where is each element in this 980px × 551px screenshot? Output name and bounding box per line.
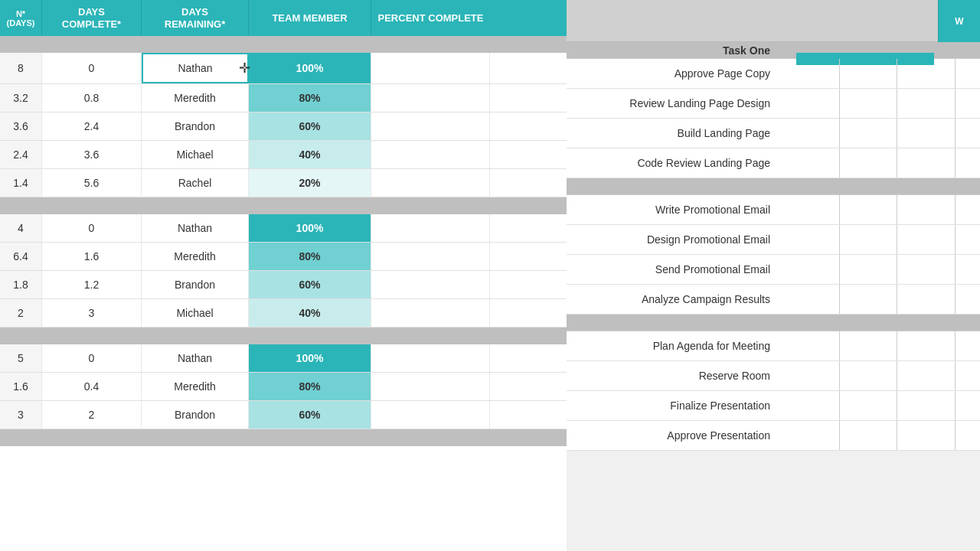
table-row: 2 3 Michael 40% [0, 299, 567, 328]
cell-duration: 3.2 [0, 84, 42, 112]
gantt-task-finalize-presentation: Finalize Presentation [567, 399, 781, 412]
cell-team-member: Brandon [142, 401, 249, 429]
gantt-vline [955, 195, 956, 224]
gantt-bar-area [781, 391, 974, 420]
cell-team-member: Nathan [142, 344, 249, 372]
table-row: 5 0 Nathan 100% [0, 344, 567, 373]
table-row: 1.4 5.6 Rachel 20% [0, 169, 567, 197]
gantt-vline [897, 421, 897, 450]
gantt-row: Build Landing Page [567, 119, 980, 148]
gantt-task-design-email: Design Promotional Email [567, 233, 781, 246]
gantt-vline [955, 225, 956, 254]
gantt-vline [897, 255, 897, 284]
cell-percent[interactable]: 100% [249, 53, 371, 83]
gantt-vline [839, 331, 840, 360]
cell-percent: 20% [249, 169, 371, 197]
gantt-vline [839, 59, 840, 88]
gantt-row: Approve Presentation [567, 421, 980, 451]
gantt-bar-area [781, 148, 974, 178]
cell-days-complete: 3.6 [42, 141, 142, 168]
cell-days-complete: 0 [42, 214, 142, 242]
cell-team-member: Nathan [142, 214, 249, 242]
col-days-complete-header: DAYSCOMPLETE* [42, 0, 142, 36]
cell-duration: 3 [0, 401, 42, 429]
gantt-vline [897, 195, 897, 224]
gantt-vline [839, 255, 840, 284]
cell-percent: 60% [249, 271, 371, 298]
gantt-bar-area [781, 225, 974, 254]
gantt-vline [955, 255, 956, 284]
cell-team-member: Brandon [142, 271, 249, 298]
cell-team-member: Michael [142, 299, 249, 327]
cell-days-complete: 0 [42, 53, 142, 83]
gantt-bar-area [781, 119, 974, 148]
cell-percent: 100% [249, 214, 371, 242]
gantt-section-3-header [567, 315, 980, 331]
gantt-bar-area [781, 89, 974, 118]
gantt-bar-area [781, 421, 974, 450]
table-row: 8 0 Nathan ✛ 100% [0, 53, 567, 84]
gantt-vline [839, 391, 840, 420]
cell-days-complete: 3 [42, 299, 142, 327]
gantt-vline [955, 421, 956, 450]
section-3-separator [0, 328, 567, 344]
gantt-vline [897, 285, 897, 314]
cell-duration: 6.4 [0, 243, 42, 270]
table-row: 1.6 0.4 Meredith 80% [0, 373, 567, 401]
gantt-row: Finalize Presentation [567, 391, 980, 421]
cell-duration: 8 [0, 53, 42, 83]
gantt-bar-area [781, 285, 974, 314]
gantt-vline [839, 119, 840, 148]
table-row: 1.8 1.2 Brandon 60% [0, 271, 567, 299]
gantt-row: Plan Agenda for Meeting [567, 331, 980, 361]
gantt-vline [839, 89, 840, 118]
col-days-remaining-header: DAYSREMAINING* [142, 0, 249, 36]
gantt-bar-area [781, 361, 974, 390]
gantt-vline [897, 225, 897, 254]
gantt-vline [897, 59, 897, 88]
gantt-vline [955, 391, 956, 420]
gantt-vline [955, 148, 956, 178]
gantt-panel: W Task One Approve Page Copy Review Land… [567, 0, 980, 551]
col-duration-header: N*(DAYS) [0, 0, 42, 36]
gantt-vline [897, 119, 897, 148]
gantt-task-review-landing: Review Landing Page Design [567, 97, 781, 109]
cell-days-complete: 5.6 [42, 169, 142, 197]
gantt-vline [955, 119, 956, 148]
cell-days-complete: 0.4 [42, 373, 142, 400]
gantt-bar-area [781, 59, 974, 88]
gantt-vline [955, 331, 956, 360]
cell-duration: 1.6 [0, 373, 42, 400]
gantt-row: Reserve Room [567, 361, 980, 391]
cell-days-complete: 0 [42, 344, 142, 372]
gantt-row: Design Promotional Email [567, 225, 980, 255]
gantt-task-plan-agenda: Plan Agenda for Meeting [567, 340, 781, 352]
cell-percent: 60% [249, 401, 371, 429]
gantt-bar-area [781, 195, 974, 224]
cell-percent: 60% [249, 112, 371, 140]
gantt-task-one-label: Task One [567, 44, 781, 57]
gantt-bar-area [781, 255, 974, 284]
section-1-separator [0, 36, 567, 53]
gantt-row: Send Promotional Email [567, 255, 980, 285]
cell-duration: 5 [0, 344, 42, 372]
gantt-vline [897, 361, 897, 390]
table-row: 3.6 2.4 Brandon 60% [0, 112, 567, 141]
gantt-bar-area [781, 331, 974, 360]
gantt-row: Approve Page Copy [567, 59, 980, 89]
gantt-row: Write Promotional Email [567, 195, 980, 225]
cell-days-complete: 0.8 [42, 84, 142, 112]
gantt-vline [897, 331, 897, 360]
gantt-row: Analyze Campaign Results [567, 285, 980, 315]
gantt-header-right-col: W [938, 0, 980, 42]
cell-team-member: Brandon [142, 112, 249, 140]
gantt-task-approve-presentation: Approve Presentation [567, 429, 781, 442]
cell-duration: 1.8 [0, 271, 42, 298]
table-row: 3 2 Brandon 60% [0, 401, 567, 429]
cell-duration: 2.4 [0, 141, 42, 168]
gantt-vline [839, 361, 840, 390]
spreadsheet-header: N*(DAYS) DAYSCOMPLETE* DAYSREMAINING* TE… [0, 0, 567, 36]
cell-days-remaining: Nathan ✛ [142, 53, 249, 83]
gantt-section-1-header: Task One [567, 42, 980, 59]
gantt-vline [897, 391, 897, 420]
